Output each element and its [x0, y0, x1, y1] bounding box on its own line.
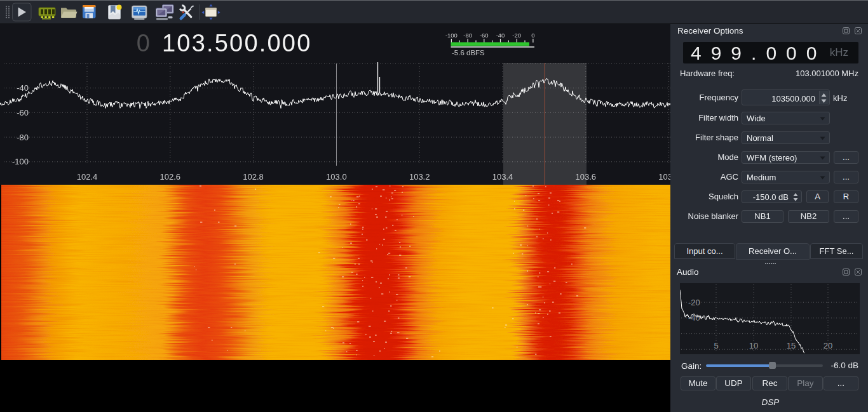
svg-text:-20: -20	[688, 298, 700, 307]
svg-text:103.0: 103.0	[326, 172, 347, 182]
svg-text:15: 15	[787, 341, 796, 350]
svg-text:103.4: 103.4	[492, 172, 513, 182]
svg-text:-40: -40	[496, 32, 505, 39]
svg-text:102.4: 102.4	[77, 172, 98, 182]
svg-text:5: 5	[714, 341, 718, 350]
svg-text:0: 0	[137, 30, 151, 56]
svg-text:-5.6 dBFS: -5.6 dBFS	[452, 49, 485, 56]
svg-text:-60: -60	[480, 32, 489, 39]
svg-text:-80: -80	[17, 133, 29, 142]
svg-text:103.6: 103.6	[576, 172, 597, 182]
svg-text:20: 20	[824, 341, 832, 350]
svg-text:0: 0	[531, 32, 534, 39]
svg-text:-100: -100	[445, 32, 458, 39]
svg-text:103.2: 103.2	[409, 172, 430, 182]
svg-text:-60: -60	[17, 108, 29, 117]
svg-text:-40: -40	[17, 83, 29, 93]
svg-text:102.6: 102.6	[160, 172, 181, 182]
svg-text:10: 10	[749, 341, 758, 350]
svg-text:-20: -20	[512, 32, 521, 39]
svg-text:-40: -40	[688, 313, 700, 322]
svg-text:-100: -100	[12, 157, 29, 166]
svg-text:102.8: 102.8	[243, 172, 264, 182]
svg-text:-80: -80	[463, 32, 472, 39]
svg-text:103.500.000: 103.500.000	[162, 30, 312, 56]
